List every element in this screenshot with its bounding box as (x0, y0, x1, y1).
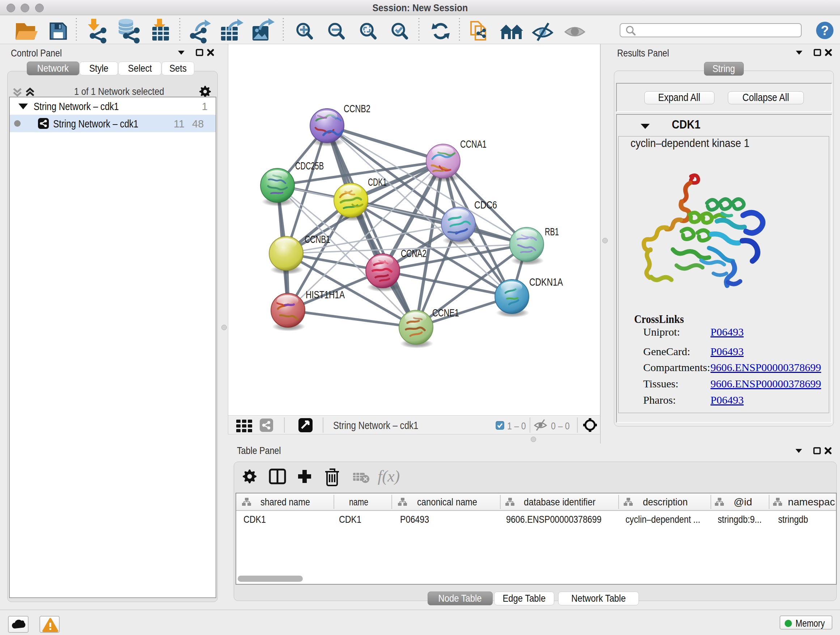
svg-text:CDK1: CDK1 (368, 176, 387, 188)
svg-text:database identifier: database identifier (524, 496, 595, 508)
svg-text:CDC25B: CDC25B (295, 160, 324, 172)
svg-text:CCNE1: CCNE1 (432, 307, 459, 318)
svg-text:CCNA1: CCNA1 (460, 138, 486, 150)
svg-text:CCNA2: CCNA2 (401, 248, 426, 259)
svg-text:@id: @id (734, 496, 752, 508)
svg-text:canonical name: canonical name (417, 496, 477, 508)
svg-text:CDC6: CDC6 (474, 199, 497, 211)
svg-text:description: description (643, 496, 688, 508)
svg-text:CDKN1A: CDKN1A (529, 276, 563, 288)
svg-text:RB1: RB1 (545, 226, 559, 238)
svg-text:CCNB2: CCNB2 (344, 103, 370, 114)
svg-text:?: ? (821, 23, 829, 38)
svg-text:HIST1H1A: HIST1H1A (306, 289, 345, 301)
svg-text:CCNB1: CCNB1 (305, 233, 330, 245)
svg-text:f(x): f(x) (378, 467, 400, 485)
svg-text:shared name: shared name (261, 496, 310, 508)
svg-text:name: name (349, 496, 368, 508)
svg-text:namespac: namespac (788, 496, 835, 508)
